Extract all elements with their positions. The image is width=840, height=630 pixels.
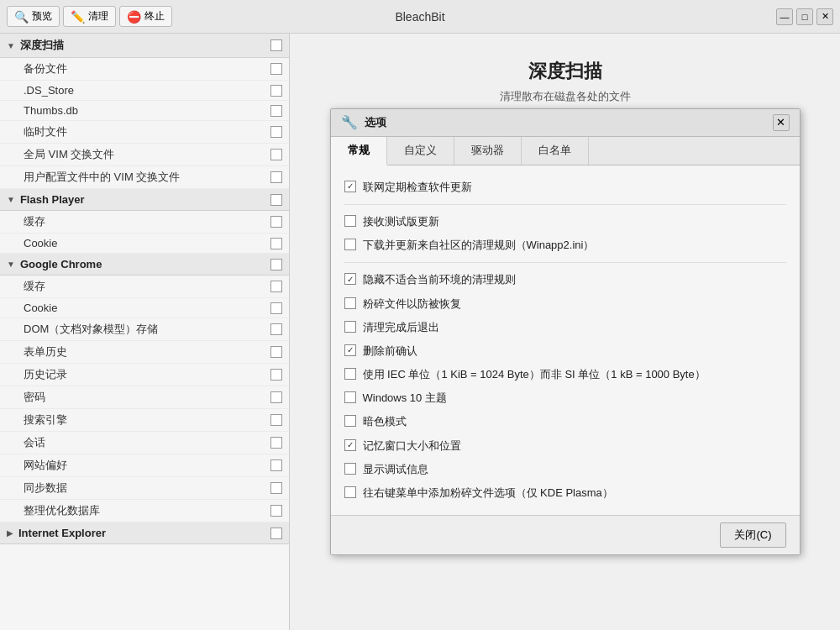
group-checkbox-flash-player[interactable] (270, 194, 282, 206)
sidebar-item-label-chrome-prefs: 网站偏好 (24, 458, 270, 473)
sidebar-item-checkbox-vim-global[interactable] (270, 149, 282, 160)
group-checkbox-internet-explorer[interactable] (270, 528, 282, 539)
option-checkbox-hide-irrelevant[interactable]: ✓ (344, 273, 356, 285)
sidebar-item-label-chrome-history: 历史记录 (24, 367, 270, 382)
sidebar-item-chrome-search[interactable]: 搜索引擎 (0, 409, 289, 432)
sidebar-item-checkbox-chrome-session[interactable] (270, 437, 282, 449)
sidebar-item-chrome-cookie[interactable]: Cookie (0, 298, 289, 318)
dialog-tab-custom[interactable]: 自定义 (387, 137, 454, 165)
sidebar-item-chrome-form[interactable]: 表单历史 (0, 341, 289, 364)
option-checkbox-confirm-delete[interactable]: ✓ (344, 344, 356, 356)
sidebar-item-checkbox-thumbs-db[interactable] (270, 105, 282, 117)
dialog-option-shred-files: 粉碎文件以防被恢复 (344, 292, 786, 316)
dialog-close-button[interactable]: 关闭(C) (720, 522, 785, 548)
dialog-tab-general[interactable]: 常规 (331, 137, 387, 165)
main-layout: ▼ 深度扫描 备份文件 .DS_Store Thumbs.db 临时文件 全局 … (0, 34, 840, 630)
option-checkbox-debug-info[interactable] (344, 463, 356, 475)
option-label-remember-window: 记忆窗口大小和位置 (363, 438, 461, 454)
sidebar-item-chrome-vacuum[interactable]: 整理优化数据库 (0, 500, 289, 522)
sidebar-item-flash-cookie[interactable]: Cookie (0, 234, 289, 254)
option-label-confirm-delete: 删除前确认 (363, 344, 417, 359)
triangle-icon: ▼ (7, 195, 15, 204)
dialog-option-exit-after-clean: 清理完成后退出 (344, 316, 786, 339)
sidebar-item-checkbox-chrome-search[interactable] (270, 414, 282, 426)
sidebar-item-checkbox-chrome-prefs[interactable] (270, 459, 282, 471)
dialog-option-confirm-delete: ✓ 删除前确认 (344, 339, 786, 363)
option-checkbox-iec-units[interactable] (344, 368, 356, 380)
separator-after-check-online-updates (344, 204, 786, 205)
dialog-tab-whitelist[interactable]: 白名单 (522, 137, 589, 165)
option-checkbox-beta-updates[interactable] (344, 215, 356, 227)
sidebar-item-checkbox-chrome-vacuum[interactable] (270, 505, 282, 517)
option-label-hide-irrelevant: 隐藏不适合当前环境的清理规则 (363, 272, 516, 287)
sidebar-item-checkbox-chrome-sync[interactable] (270, 482, 282, 494)
minimize-button[interactable]: — (776, 8, 793, 25)
sidebar: ▼ 深度扫描 备份文件 .DS_Store Thumbs.db 临时文件 全局 … (0, 34, 290, 630)
sidebar-item-checkbox-chrome-form[interactable] (270, 346, 282, 358)
sidebar-item-checkbox-chrome-password[interactable] (270, 391, 282, 403)
sidebar-group-deep-scan[interactable]: ▼ 深度扫描 (0, 34, 289, 58)
sidebar-item-ds-store[interactable]: .DS_Store (0, 81, 289, 101)
sidebar-item-checkbox-backup-files[interactable] (270, 63, 282, 75)
option-checkbox-kde-shred[interactable] (344, 486, 356, 498)
option-checkbox-remember-window[interactable]: ✓ (344, 439, 356, 451)
group-checkbox-deep-scan[interactable] (270, 39, 282, 51)
dialog-close-icon-button[interactable]: ✕ (773, 114, 790, 131)
sidebar-item-backup-files[interactable]: 备份文件 (0, 58, 289, 81)
dialog-option-download-winapp2: 下载并更新来自社区的清理规则（Winapp2.ini） (344, 234, 786, 257)
option-checkbox-check-online-updates[interactable]: ✓ (344, 181, 356, 192)
option-checkbox-win10-theme[interactable] (344, 391, 356, 403)
sidebar-item-checkbox-vim-user[interactable] (270, 171, 282, 183)
sidebar-item-chrome-password[interactable]: 密码 (0, 386, 289, 409)
sidebar-item-checkbox-flash-cookie[interactable] (270, 238, 282, 249)
sidebar-item-checkbox-chrome-history[interactable] (270, 369, 282, 381)
sidebar-group-internet-explorer[interactable]: ▶ Internet Explorer (0, 522, 289, 544)
stop-label: 终止 (144, 9, 165, 24)
sidebar-item-checkbox-chrome-cookie[interactable] (270, 302, 282, 314)
sidebar-item-vim-user[interactable]: 用户配置文件中的 VIM 交换文件 (0, 166, 289, 189)
preview-button[interactable]: 🔍 预览 (7, 6, 60, 27)
option-label-download-winapp2: 下载并更新来自社区的清理规则（Winapp2.ini） (363, 238, 595, 253)
sidebar-item-label-chrome-vacuum: 整理优化数据库 (24, 503, 270, 518)
sidebar-item-checkbox-chrome-dom[interactable] (270, 323, 282, 335)
sidebar-item-chrome-session[interactable]: 会话 (0, 432, 289, 454)
sidebar-item-checkbox-temp-files[interactable] (270, 126, 282, 138)
sidebar-item-vim-global[interactable]: 全局 VIM 交换文件 (0, 144, 289, 166)
dialog-tab-drive[interactable]: 驱动器 (454, 137, 522, 165)
dialog-option-win10-theme: Windows 10 主题 (344, 386, 786, 410)
option-label-shred-files: 粉碎文件以防被恢复 (363, 297, 461, 312)
sidebar-item-chrome-sync[interactable]: 同步数据 (0, 477, 289, 500)
group-checkbox-google-chrome[interactable] (270, 259, 282, 270)
close-window-button[interactable]: ✕ (816, 8, 833, 25)
sidebar-item-thumbs-db[interactable]: Thumbs.db (0, 101, 289, 121)
sidebar-item-flash-cache[interactable]: 缓存 (0, 211, 289, 234)
sidebar-item-checkbox-flash-cache[interactable] (270, 216, 282, 228)
separator-after-download-winapp2 (344, 262, 786, 263)
sidebar-group-google-chrome[interactable]: ▼ Google Chrome (0, 254, 289, 276)
sidebar-item-checkbox-chrome-cache[interactable] (270, 281, 282, 292)
option-label-check-online-updates: 联网定期检查软件更新 (363, 180, 472, 195)
sidebar-item-label-vim-user: 用户配置文件中的 VIM 交换文件 (24, 170, 270, 185)
sidebar-item-chrome-dom[interactable]: DOM（文档对象模型）存储 (0, 318, 289, 341)
sidebar-item-temp-files[interactable]: 临时文件 (0, 121, 289, 144)
option-checkbox-shred-files[interactable] (344, 297, 356, 309)
option-checkbox-exit-after-clean[interactable] (344, 321, 356, 333)
group-label-internet-explorer: Internet Explorer (18, 527, 265, 539)
app-title: BleachBit (395, 10, 444, 24)
option-checkbox-download-winapp2[interactable] (344, 239, 356, 250)
sidebar-group-flash-player[interactable]: ▼ Flash Player (0, 189, 289, 211)
sidebar-item-chrome-history[interactable]: 历史记录 (0, 364, 289, 386)
group-label-google-chrome: Google Chrome (20, 258, 265, 270)
clean-button[interactable]: ✏️ 清理 (63, 6, 116, 27)
sidebar-item-label-chrome-search: 搜索引擎 (24, 412, 270, 428)
option-label-win10-theme: Windows 10 主题 (363, 391, 447, 406)
stop-button[interactable]: ⛔ 终止 (119, 6, 172, 27)
sidebar-item-label-backup-files: 备份文件 (24, 61, 270, 76)
window-controls: — □ ✕ (776, 8, 833, 25)
option-label-iec-units: 使用 IEC 单位（1 KiB = 1024 Byte）而非 SI 单位（1 k… (363, 367, 706, 382)
maximize-button[interactable]: □ (796, 8, 813, 25)
option-checkbox-dark-mode[interactable] (344, 415, 356, 427)
sidebar-item-checkbox-ds-store[interactable] (270, 85, 282, 97)
sidebar-item-chrome-prefs[interactable]: 网站偏好 (0, 454, 289, 477)
sidebar-item-chrome-cache[interactable]: 缓存 (0, 276, 289, 298)
